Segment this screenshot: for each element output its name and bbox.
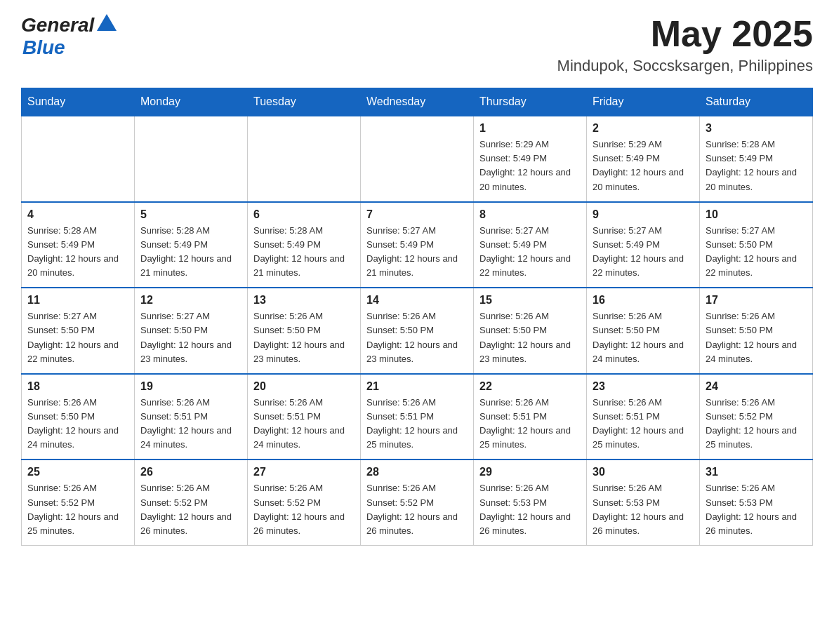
logo-triangle-icon	[97, 14, 117, 31]
page-header: General Blue May 2025 Mindupok, Soccsksa…	[21, 14, 813, 75]
calendar-day-cell	[361, 116, 474, 202]
day-info: Sunrise: 5:27 AM Sunset: 5:50 PM Dayligh…	[706, 224, 807, 281]
day-number: 1	[479, 122, 581, 135]
day-info: Sunrise: 5:26 AM Sunset: 5:51 PM Dayligh…	[253, 396, 355, 452]
day-number: 16	[593, 294, 694, 307]
day-number: 10	[706, 208, 807, 221]
calendar-day-cell: 15Sunrise: 5:26 AM Sunset: 5:50 PM Dayli…	[474, 288, 587, 374]
calendar-day-cell: 30Sunrise: 5:26 AM Sunset: 5:53 PM Dayli…	[587, 459, 700, 545]
day-number: 15	[479, 294, 581, 307]
calendar-header: SundayMondayTuesdayWednesdayThursdayFrid…	[22, 88, 813, 116]
day-number: 19	[140, 380, 241, 393]
calendar-day-cell: 20Sunrise: 5:26 AM Sunset: 5:51 PM Dayli…	[248, 374, 361, 460]
calendar-day-cell: 8Sunrise: 5:27 AM Sunset: 5:49 PM Daylig…	[474, 202, 587, 288]
day-number: 31	[706, 466, 807, 478]
title-block: May 2025 Mindupok, Soccsksargen, Philipp…	[557, 14, 813, 75]
day-info: Sunrise: 5:26 AM Sunset: 5:52 PM Dayligh…	[366, 481, 468, 538]
day-number: 14	[366, 294, 468, 307]
calendar-day-cell: 10Sunrise: 5:27 AM Sunset: 5:50 PM Dayli…	[700, 202, 813, 288]
day-info: Sunrise: 5:26 AM Sunset: 5:50 PM Dayligh…	[253, 309, 355, 366]
day-number: 20	[253, 380, 355, 393]
day-info: Sunrise: 5:28 AM Sunset: 5:49 PM Dayligh…	[27, 224, 128, 281]
day-info: Sunrise: 5:26 AM Sunset: 5:51 PM Dayligh…	[366, 396, 468, 452]
day-info: Sunrise: 5:28 AM Sunset: 5:49 PM Dayligh…	[140, 224, 241, 281]
day-number: 3	[706, 122, 807, 135]
location-subtitle: Mindupok, Soccsksargen, Philippines	[557, 57, 813, 75]
calendar-day-cell: 22Sunrise: 5:26 AM Sunset: 5:51 PM Dayli…	[474, 374, 587, 460]
day-number: 26	[140, 466, 241, 478]
day-info: Sunrise: 5:26 AM Sunset: 5:51 PM Dayligh…	[140, 396, 241, 452]
header-row: SundayMondayTuesdayWednesdayThursdayFrid…	[22, 88, 813, 116]
calendar-body: 1Sunrise: 5:29 AM Sunset: 5:49 PM Daylig…	[22, 116, 813, 545]
calendar-day-cell: 23Sunrise: 5:26 AM Sunset: 5:51 PM Dayli…	[587, 374, 700, 460]
day-info: Sunrise: 5:26 AM Sunset: 5:52 PM Dayligh…	[253, 481, 355, 538]
day-info: Sunrise: 5:29 AM Sunset: 5:49 PM Dayligh…	[479, 137, 581, 194]
day-info: Sunrise: 5:27 AM Sunset: 5:49 PM Dayligh…	[366, 224, 468, 281]
calendar-day-cell: 27Sunrise: 5:26 AM Sunset: 5:52 PM Dayli…	[248, 459, 361, 545]
calendar-day-cell: 28Sunrise: 5:26 AM Sunset: 5:52 PM Dayli…	[361, 459, 474, 545]
day-info: Sunrise: 5:26 AM Sunset: 5:52 PM Dayligh…	[140, 481, 241, 538]
calendar-day-cell	[248, 116, 361, 202]
calendar-day-cell	[22, 116, 135, 202]
day-of-week-header: Friday	[587, 88, 700, 116]
calendar-week-row: 11Sunrise: 5:27 AM Sunset: 5:50 PM Dayli…	[22, 288, 813, 374]
day-number: 18	[27, 380, 128, 393]
day-info: Sunrise: 5:26 AM Sunset: 5:51 PM Dayligh…	[479, 396, 581, 452]
day-number: 11	[27, 294, 128, 307]
calendar-day-cell: 14Sunrise: 5:26 AM Sunset: 5:50 PM Dayli…	[361, 288, 474, 374]
calendar-day-cell: 11Sunrise: 5:27 AM Sunset: 5:50 PM Dayli…	[22, 288, 135, 374]
day-number: 13	[253, 294, 355, 307]
day-number: 25	[27, 466, 128, 478]
day-number: 12	[140, 294, 241, 307]
day-info: Sunrise: 5:26 AM Sunset: 5:53 PM Dayligh…	[706, 481, 807, 538]
calendar-day-cell: 4Sunrise: 5:28 AM Sunset: 5:49 PM Daylig…	[22, 202, 135, 288]
month-year-title: May 2025	[557, 14, 813, 54]
calendar-day-cell: 24Sunrise: 5:26 AM Sunset: 5:52 PM Dayli…	[700, 374, 813, 460]
day-info: Sunrise: 5:26 AM Sunset: 5:50 PM Dayligh…	[593, 309, 694, 366]
calendar-day-cell: 5Sunrise: 5:28 AM Sunset: 5:49 PM Daylig…	[135, 202, 248, 288]
calendar-day-cell: 6Sunrise: 5:28 AM Sunset: 5:49 PM Daylig…	[248, 202, 361, 288]
calendar-week-row: 1Sunrise: 5:29 AM Sunset: 5:49 PM Daylig…	[22, 116, 813, 202]
calendar-day-cell: 21Sunrise: 5:26 AM Sunset: 5:51 PM Dayli…	[361, 374, 474, 460]
day-of-week-header: Wednesday	[361, 88, 474, 116]
day-number: 6	[253, 208, 355, 221]
day-number: 9	[593, 208, 694, 221]
calendar-day-cell: 16Sunrise: 5:26 AM Sunset: 5:50 PM Dayli…	[587, 288, 700, 374]
calendar-day-cell: 12Sunrise: 5:27 AM Sunset: 5:50 PM Dayli…	[135, 288, 248, 374]
logo-general-text: General	[21, 14, 94, 36]
day-info: Sunrise: 5:28 AM Sunset: 5:49 PM Dayligh…	[253, 224, 355, 281]
calendar-day-cell: 1Sunrise: 5:29 AM Sunset: 5:49 PM Daylig…	[474, 116, 587, 202]
day-info: Sunrise: 5:27 AM Sunset: 5:50 PM Dayligh…	[140, 309, 241, 366]
calendar-day-cell: 9Sunrise: 5:27 AM Sunset: 5:49 PM Daylig…	[587, 202, 700, 288]
calendar-day-cell: 29Sunrise: 5:26 AM Sunset: 5:53 PM Dayli…	[474, 459, 587, 545]
day-of-week-header: Saturday	[700, 88, 813, 116]
day-info: Sunrise: 5:27 AM Sunset: 5:50 PM Dayligh…	[27, 309, 128, 366]
calendar-day-cell: 18Sunrise: 5:26 AM Sunset: 5:50 PM Dayli…	[22, 374, 135, 460]
day-info: Sunrise: 5:28 AM Sunset: 5:49 PM Dayligh…	[706, 137, 807, 194]
calendar-day-cell: 13Sunrise: 5:26 AM Sunset: 5:50 PM Dayli…	[248, 288, 361, 374]
day-number: 7	[366, 208, 468, 221]
calendar-day-cell: 31Sunrise: 5:26 AM Sunset: 5:53 PM Dayli…	[700, 459, 813, 545]
calendar-day-cell: 19Sunrise: 5:26 AM Sunset: 5:51 PM Dayli…	[135, 374, 248, 460]
calendar-week-row: 18Sunrise: 5:26 AM Sunset: 5:50 PM Dayli…	[22, 374, 813, 460]
day-info: Sunrise: 5:26 AM Sunset: 5:51 PM Dayligh…	[593, 396, 694, 452]
day-of-week-header: Tuesday	[248, 88, 361, 116]
day-info: Sunrise: 5:26 AM Sunset: 5:53 PM Dayligh…	[593, 481, 694, 538]
day-info: Sunrise: 5:26 AM Sunset: 5:50 PM Dayligh…	[479, 309, 581, 366]
day-info: Sunrise: 5:26 AM Sunset: 5:52 PM Dayligh…	[706, 396, 807, 452]
day-number: 28	[366, 466, 468, 478]
day-info: Sunrise: 5:27 AM Sunset: 5:49 PM Dayligh…	[479, 224, 581, 281]
calendar-day-cell: 26Sunrise: 5:26 AM Sunset: 5:52 PM Dayli…	[135, 459, 248, 545]
day-number: 17	[706, 294, 807, 307]
day-info: Sunrise: 5:26 AM Sunset: 5:50 PM Dayligh…	[366, 309, 468, 366]
day-info: Sunrise: 5:26 AM Sunset: 5:50 PM Dayligh…	[27, 396, 128, 452]
day-of-week-header: Thursday	[474, 88, 587, 116]
day-number: 8	[479, 208, 581, 221]
calendar-day-cell: 7Sunrise: 5:27 AM Sunset: 5:49 PM Daylig…	[361, 202, 474, 288]
calendar-day-cell: 25Sunrise: 5:26 AM Sunset: 5:52 PM Dayli…	[22, 459, 135, 545]
logo-icon	[95, 20, 117, 31]
day-number: 2	[593, 122, 694, 135]
calendar-day-cell: 2Sunrise: 5:29 AM Sunset: 5:49 PM Daylig…	[587, 116, 700, 202]
calendar-day-cell: 17Sunrise: 5:26 AM Sunset: 5:50 PM Dayli…	[700, 288, 813, 374]
day-number: 5	[140, 208, 241, 221]
